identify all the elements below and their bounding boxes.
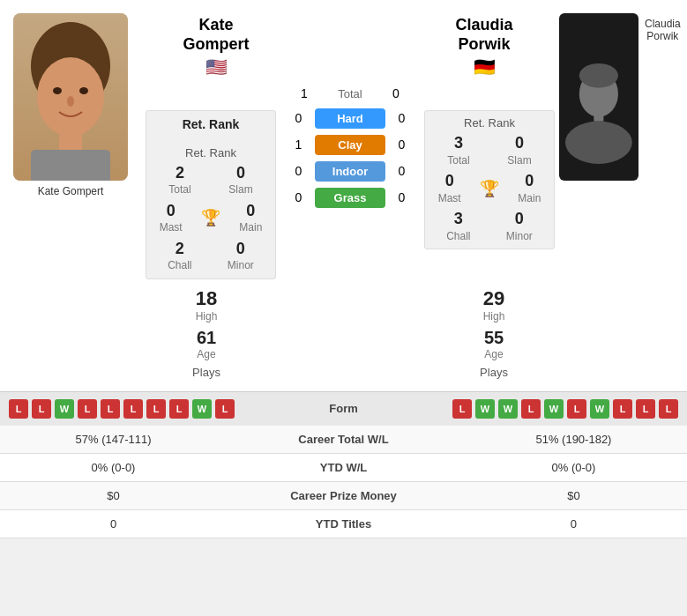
left-trophy-icon: 🏆 — [201, 208, 220, 227]
left-flag: 🇺🇸 — [146, 56, 287, 78]
right-prize: $0 — [460, 481, 687, 509]
ytd-wl-label: YTD W/L — [227, 453, 460, 481]
hard-btn[interactable]: Hard — [315, 108, 385, 129]
right-high-area: 29 High — [429, 287, 559, 323]
svg-point-4 — [67, 96, 74, 107]
svg-point-3 — [79, 87, 88, 94]
left-rank-row: Ret. Rank Slam — [150, 116, 272, 146]
right-name-header: Claudia Porwik 🇩🇪 — [414, 16, 555, 78]
prize-label: Career Prize Money — [227, 481, 460, 509]
left-chall-block: 2 Chall — [168, 239, 191, 273]
form-badge-right: L — [567, 399, 586, 419]
main-container: Kate Gompert Kate Gompert 🇺🇸 Claudia Por — [0, 0, 687, 538]
left-main-block: 0 Main — [239, 201, 262, 235]
left-minor-block: 0 Minor — [228, 239, 254, 273]
right-age-label: Age — [429, 348, 559, 360]
hard-left-val: 0 — [283, 111, 314, 125]
ytd-wl-row: 0% (0-0) YTD W/L 0% (0-0) — [0, 453, 687, 481]
silhouette-svg — [559, 13, 638, 181]
form-badge-right: L — [521, 399, 541, 419]
right-player-photo — [559, 13, 638, 181]
right-plays-label: Plays — [429, 366, 559, 379]
form-badge-left: W — [55, 399, 74, 419]
left-inner-panel: Ret. Rank Slam Ret. Rank 2 Total — [146, 110, 276, 279]
right-ret-rank: Ret. Rank — [429, 116, 550, 130]
right-age-area: 55 Age — [429, 328, 559, 360]
age-row: 61 Age 55 Age — [141, 326, 559, 362]
form-badge-left: L — [215, 399, 235, 419]
clay-left-val: 1 — [283, 137, 314, 152]
right-minor-block: 0 Minor — [506, 209, 533, 243]
svg-point-8 — [565, 122, 632, 164]
left-player-photo-area: Kate Gompert — [0, 9, 141, 382]
form-badge-right: L — [636, 399, 655, 419]
left-ret-rank: Ret. Rank — [150, 146, 272, 160]
right-chall-block: 3 Chall — [446, 209, 470, 243]
grass-row: 0 Grass 0 — [283, 185, 417, 210]
grass-right-val: 0 — [386, 190, 417, 204]
right-total-slam-row: 3 Total 0 Slam — [429, 133, 550, 167]
hard-right-val: 0 — [386, 111, 417, 125]
form-badge-right: W — [475, 399, 495, 419]
form-badge-left: L — [146, 399, 166, 419]
form-badge-right: W — [544, 399, 564, 419]
right-inner-panel: Ret. Rank 3 Total 0 Slam — [424, 110, 555, 249]
stats-table: 57% (147-111) Career Total W/L 51% (190-… — [0, 426, 687, 538]
form-section: LLWLLLLLWL Form LWWLWLWLLL — [0, 391, 687, 426]
grass-btn[interactable]: Grass — [315, 188, 385, 208]
clay-btn[interactable]: Clay — [315, 135, 385, 155]
high-row: 18 High 29 High — [141, 284, 559, 326]
total-label: Total — [322, 87, 378, 100]
left-rank-block: Ret. Rank Slam — [183, 116, 240, 146]
right-slam-block: 0 Slam — [507, 133, 531, 167]
career-wl-label: Career Total W/L — [227, 426, 460, 454]
left-mast-block: 0 Mast — [160, 201, 183, 235]
left-mast-main-row: 0 Mast 🏆 0 Main — [150, 201, 272, 235]
right-ytd-wl: 0% (0-0) — [460, 453, 687, 481]
career-wl-row: 57% (147-111) Career Total W/L 51% (190-… — [0, 426, 687, 454]
left-prize: $0 — [0, 481, 227, 509]
left-chall-minor-row: 2 Chall 0 Minor — [150, 239, 272, 273]
right-form-badges: LWWLWLWLLL — [397, 399, 679, 419]
left-face — [13, 13, 128, 181]
left-name-header: Kate Gompert 🇺🇸 — [146, 16, 287, 78]
right-main-block: 0 Main — [518, 171, 541, 205]
left-player-photo — [13, 13, 128, 181]
right-total-block: 3 Total — [447, 133, 469, 167]
grass-left-val: 0 — [283, 190, 314, 204]
clay-row: 1 Clay 0 — [283, 132, 417, 157]
indoor-btn[interactable]: Indoor — [315, 161, 385, 182]
right-plays-area: Plays — [429, 366, 559, 379]
hard-row: 0 Hard 0 — [283, 106, 417, 130]
form-badge-right: L — [659, 399, 678, 419]
prize-row: $0 Career Prize Money $0 — [0, 481, 687, 509]
names-header-row: Kate Gompert 🇺🇸 Claudia Porwik 🇩🇪 — [141, 9, 559, 81]
left-player-name-top: Kate Gompert — [146, 16, 287, 54]
form-badge-left: W — [192, 399, 212, 419]
total-center: 1 Total 0 — [282, 86, 418, 100]
right-trophy-icon: 🏆 — [480, 179, 499, 198]
left-titles: 0 — [0, 509, 227, 538]
form-badge-right: L — [452, 399, 472, 419]
left-high-label: High — [141, 310, 272, 323]
clay-right-val: 0 — [386, 137, 417, 152]
right-age-val: 55 — [429, 328, 559, 348]
form-badge-left: L — [123, 399, 143, 419]
form-badge-left: L — [32, 399, 51, 419]
left-total-slam-row: 2 Total 0 Slam — [150, 163, 272, 197]
right-player-name-top: Claudia Porwik — [414, 16, 555, 54]
total-score-right: 0 — [378, 86, 414, 100]
form-label: Form — [291, 402, 397, 415]
top-section: Kate Gompert Kate Gompert 🇺🇸 Claudia Por — [0, 0, 687, 391]
total-score-left: 1 — [287, 86, 322, 100]
right-high-label: High — [429, 310, 559, 323]
right-high-val: 29 — [429, 287, 559, 310]
right-mast-main-row: 0 Mast 🏆 0 Main — [429, 171, 550, 205]
left-plays-area: Plays — [141, 366, 272, 379]
left-plays-label: Plays — [141, 366, 272, 379]
form-badge-right: W — [590, 399, 609, 419]
left-slam-block: 0 Slam — [228, 163, 252, 197]
center-panel: Kate Gompert 🇺🇸 Claudia Porwik 🇩🇪 — [141, 9, 559, 382]
left-age-val: 61 — [141, 328, 272, 348]
left-age-label: Age — [141, 348, 272, 360]
